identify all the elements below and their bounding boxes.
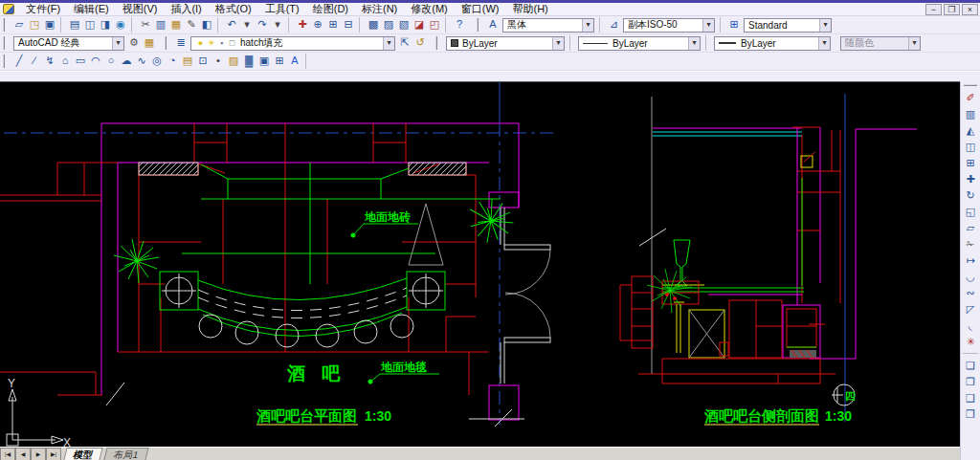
polygon-icon[interactable]: ⌂ xyxy=(57,54,73,69)
rotate-icon[interactable]: ↻ xyxy=(963,188,978,205)
tab-layout1[interactable]: 布局1 xyxy=(103,448,148,460)
tab-model[interactable]: 模型 xyxy=(63,448,102,460)
toolbar-grip[interactable] xyxy=(3,18,8,32)
chevron-down-icon[interactable]: ▾ xyxy=(688,37,700,50)
menu-modify[interactable]: 修改(M) xyxy=(404,2,455,16)
last-tab-button[interactable]: ▶| xyxy=(46,448,61,460)
line-icon[interactable]: ╱ xyxy=(11,54,27,69)
hatch-icon[interactable]: ▨ xyxy=(226,54,241,69)
chevron-down-icon[interactable]: ▾ xyxy=(702,19,714,32)
send-to-back-icon[interactable]: ❐ xyxy=(963,375,978,391)
copy-clip-icon[interactable]: ▥ xyxy=(153,17,168,33)
zoom-realtime-icon[interactable]: ⊕ xyxy=(310,17,325,33)
sheet-set-manager-icon[interactable]: ▧ xyxy=(396,17,412,33)
publish-icon[interactable]: ◨ xyxy=(98,17,113,33)
menu-file[interactable]: 文件(F) xyxy=(19,2,67,16)
menu-insert[interactable]: 插入(I) xyxy=(164,2,208,16)
chevron-down-icon[interactable]: ▾ xyxy=(383,37,394,50)
block-editor-icon[interactable]: ◧ xyxy=(199,17,214,33)
3d-dwf-icon[interactable]: ◉ xyxy=(113,17,128,33)
menu-help[interactable]: 帮助(H) xyxy=(506,2,555,16)
paste-icon[interactable]: ▦ xyxy=(168,17,184,33)
break-icon[interactable]: ◡ xyxy=(963,270,978,286)
point-icon[interactable]: • xyxy=(211,54,226,69)
pan-icon[interactable]: ✚ xyxy=(295,17,310,33)
spline-icon[interactable]: ∿ xyxy=(134,54,149,69)
menu-view[interactable]: 视图(V) xyxy=(116,2,165,16)
tool-palettes-icon[interactable]: ▨ xyxy=(381,17,396,33)
match-properties-icon[interactable]: ✎ xyxy=(184,17,199,33)
scale-icon[interactable]: ◱ xyxy=(963,205,978,221)
menu-dimension[interactable]: 标注(N) xyxy=(355,2,404,16)
close-button[interactable]: × xyxy=(962,4,978,15)
layer-lock-icon[interactable]: ▪ xyxy=(216,38,227,48)
text-style-combo[interactable]: 黑体 ▾ xyxy=(502,18,594,33)
layer-on-bulb-icon[interactable]: ● xyxy=(195,38,206,48)
dim-style-combo[interactable]: 副本ISO-50 ▾ xyxy=(623,18,715,33)
polyline-icon[interactable]: ↯ xyxy=(42,54,57,69)
erase-icon[interactable]: ✐ xyxy=(963,91,978,107)
region-icon[interactable]: ▣ xyxy=(256,54,272,69)
toolbar-grip[interactable] xyxy=(964,84,977,89)
zoom-previous-icon[interactable]: ⊟ xyxy=(341,17,356,33)
array-icon[interactable]: ⊞ xyxy=(963,156,978,172)
layer-thaw-sun-icon[interactable]: ☀ xyxy=(206,38,216,48)
construction-line-icon[interactable]: ∕ xyxy=(27,54,42,69)
rectangle-icon[interactable]: ▭ xyxy=(73,54,88,69)
designcenter-icon[interactable]: ▩ xyxy=(366,17,381,33)
undo-icon[interactable]: ↶ xyxy=(224,17,239,33)
new-icon[interactable]: ▱ xyxy=(11,17,27,33)
markup-set-manager-icon[interactable]: ◪ xyxy=(412,17,427,33)
trim-icon[interactable]: ✁ xyxy=(963,237,978,253)
drawing-canvas[interactable]: 地面地砖 地面地毯 酒 吧 酒吧吧台平面图 1:30 xyxy=(0,81,960,447)
color-control-combo[interactable]: ByLayer ▾ xyxy=(446,36,565,51)
arc-icon[interactable]: ◠ xyxy=(88,54,103,69)
bring-above-objects-icon[interactable]: ❑ xyxy=(963,391,978,407)
explode-icon[interactable]: ✳ xyxy=(963,335,978,351)
make-object-layer-current-icon[interactable]: ⇱ xyxy=(397,35,412,51)
chamfer-icon[interactable]: ◸ xyxy=(963,302,978,318)
toolbar-grip[interactable] xyxy=(3,36,8,50)
toolbar-grip[interactable] xyxy=(435,36,440,50)
stretch-icon[interactable]: ▱ xyxy=(963,221,978,237)
chevron-down-icon[interactable]: ▾ xyxy=(112,37,123,50)
insert-block-icon[interactable]: ▤ xyxy=(180,54,195,69)
chevron-down-icon[interactable]: ▾ xyxy=(552,37,564,50)
lineweight-control-combo[interactable]: ByLayer ▾ xyxy=(714,36,831,51)
autocad-app-icon[interactable] xyxy=(3,4,14,14)
bring-to-front-icon[interactable]: ❏ xyxy=(963,359,978,375)
chevron-down-icon[interactable]: ▾ xyxy=(818,37,830,50)
redo-icon[interactable]: ↷ xyxy=(255,17,270,33)
ellipse-icon[interactable]: ◎ xyxy=(149,54,165,69)
undo-dropdown-icon[interactable]: ▾ xyxy=(239,17,255,33)
menu-draw[interactable]: 绘图(D) xyxy=(306,2,355,16)
dim-style-icon[interactable]: ⊿ xyxy=(606,17,621,33)
offset-icon[interactable]: ◫ xyxy=(963,140,978,156)
toolbar-grip[interactable] xyxy=(3,55,8,68)
redo-dropdown-icon[interactable]: ▾ xyxy=(270,17,285,33)
chevron-down-icon[interactable]: ▾ xyxy=(582,19,593,32)
quickcalc-icon[interactable]: ◰ xyxy=(427,17,442,33)
workspace-combo[interactable]: AutoCAD 经典 ▾ xyxy=(13,36,124,51)
move-icon[interactable]: ✚ xyxy=(963,172,978,188)
menu-window[interactable]: 窗口(W) xyxy=(455,2,506,16)
plot-icon[interactable]: ▤ xyxy=(67,17,82,33)
next-tab-button[interactable]: ▶ xyxy=(31,448,46,460)
revision-cloud-icon[interactable]: ☁ xyxy=(119,54,134,69)
ellipse-arc-icon[interactable]: ◔ xyxy=(165,54,180,69)
save-workspace-icon[interactable]: ▦ xyxy=(142,35,157,51)
save-icon[interactable]: ▣ xyxy=(42,17,57,33)
toolbar-grip[interactable] xyxy=(165,36,169,50)
table-style-icon[interactable]: ⊞ xyxy=(726,17,742,33)
mirror-icon[interactable]: ◭ xyxy=(963,123,978,140)
copy-icon[interactable]: ▥ xyxy=(963,107,978,123)
layer-properties-manager-icon[interactable]: ≣ xyxy=(173,35,189,51)
gradient-icon[interactable]: ▓ xyxy=(241,54,256,69)
layer-combo[interactable]: ●☀▪□ hatch填充 ▾ xyxy=(190,36,395,51)
cut-icon[interactable]: ✂ xyxy=(138,17,153,33)
make-block-icon[interactable]: ⊡ xyxy=(195,54,211,69)
send-under-objects-icon[interactable]: ❒ xyxy=(963,407,978,424)
first-tab-button[interactable]: |◀ xyxy=(0,448,15,460)
menu-format[interactable]: 格式(O) xyxy=(209,2,258,16)
extend-icon[interactable]: ↦ xyxy=(963,253,978,270)
